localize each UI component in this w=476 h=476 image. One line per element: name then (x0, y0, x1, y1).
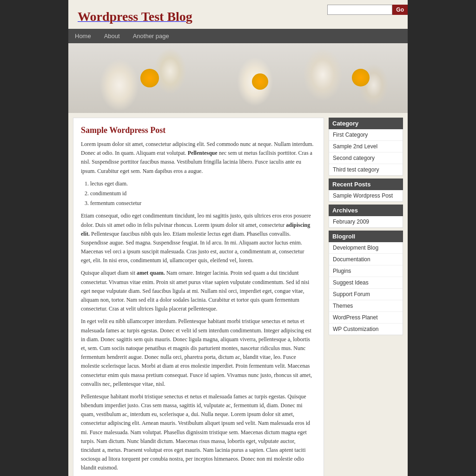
header: Wordpress Test Blog Go (68, 0, 408, 29)
sidebar-category-title: Category (329, 118, 403, 129)
post-content: Lorem ipsum dolor sit amet, consectetur … (81, 140, 316, 473)
sidebar-blogroll-item-6[interactable]: Themes (329, 300, 403, 312)
sidebar-blogroll-item-2[interactable]: Documentation (329, 254, 403, 265)
post-para-4: Pellentesque habitant morbi tristique se… (81, 392, 316, 473)
sidebar-widget-blogroll: Blogroll Development Blog Documentation … (329, 231, 403, 335)
nav-link-about[interactable]: About (98, 29, 126, 43)
nav-item-home[interactable]: Home (68, 29, 98, 43)
post-para-2: Quisque aliquet diam sit amet quam. Nam … (81, 269, 316, 313)
nav-item-about[interactable]: About (98, 29, 126, 43)
flower-center-2 (252, 73, 268, 90)
site-title-link[interactable]: Wordpress Test Blog (78, 15, 192, 22)
sidebar-blogroll-item-4[interactable]: Suggest Ideas (329, 277, 403, 289)
list-item: lectus eget diam. (90, 179, 316, 188)
sidebar-blogroll-item-7[interactable]: WordPress Planet (329, 312, 403, 324)
search-button[interactable]: Go (392, 5, 408, 15)
sidebar-blogroll-content: Development Blog Documentation Plugins S… (329, 242, 403, 335)
post-bold-3: amet quam. (137, 270, 165, 276)
sidebar-blogroll-item-5[interactable]: Support Forum (329, 289, 403, 300)
sidebar: Category First Category Sample 2nd Level… (329, 118, 403, 338)
sidebar-widget-recent-posts: Recent Posts Sample Wordpress Post (329, 178, 403, 202)
list-item: condimentum id (90, 189, 316, 198)
nav-item-another[interactable]: Another page (126, 29, 176, 43)
main-content: Sample Wordpress Post Lorem ipsum dolor … (73, 118, 324, 476)
post-list: lectus eget diam. condimentum id ferment… (90, 179, 316, 208)
sidebar-blogroll-item-8[interactable]: WP Customization (329, 324, 403, 335)
navigation: Home About Another page (68, 29, 408, 43)
nav-link-another[interactable]: Another page (126, 29, 176, 43)
sidebar-category-item-3[interactable]: Second category (329, 152, 403, 164)
content-area: Sample Wordpress Post Lorem ipsum dolor … (68, 113, 408, 476)
sidebar-recent-post-1[interactable]: Sample Wordpress Post (329, 190, 403, 201)
post-intro: Lorem ipsum dolor sit amet, consectetur … (81, 140, 316, 176)
sidebar-archives-title: Archives (329, 205, 403, 216)
list-item: fermentum consectetur (90, 199, 316, 208)
sidebar-category-content: First Category Sample 2nd Level Second c… (329, 129, 403, 176)
banner-image (68, 43, 408, 113)
sidebar-category-item-1[interactable]: First Category (329, 129, 403, 141)
sidebar-category-item-4[interactable]: Third test category (329, 164, 403, 175)
post-title: Sample Wordpress Post (81, 126, 316, 135)
sidebar-widget-category: Category First Category Sample 2nd Level… (329, 118, 403, 176)
flower-center-1 (140, 69, 159, 87)
sidebar-category-item-2[interactable]: Sample 2nd Level (329, 141, 403, 152)
flower-center-3 (352, 69, 370, 86)
sidebar-archive-item-1[interactable]: February 2009 (329, 216, 403, 227)
sidebar-blogroll-item-1[interactable]: Development Blog (329, 242, 403, 254)
search-form: Go (327, 5, 408, 15)
nav-link-home[interactable]: Home (68, 29, 98, 43)
sidebar-recent-posts-content: Sample Wordpress Post (329, 190, 403, 202)
post-para-3: In eget velit eu nibh ullamcorper interd… (81, 317, 316, 389)
post-bold-1: Pellentesque (188, 150, 218, 156)
sidebar-blogroll-item-3[interactable]: Plugins (329, 265, 403, 277)
search-input[interactable] (327, 5, 392, 15)
sidebar-recent-posts-title: Recent Posts (329, 178, 403, 190)
sidebar-blogroll-title: Blogroll (329, 231, 403, 242)
site-title: Wordpress Test Blog (78, 9, 192, 24)
sidebar-widget-archives: Archives February 2009 (329, 205, 403, 228)
nav-list: Home About Another page (68, 29, 408, 43)
sidebar-archives-content: February 2009 (329, 216, 403, 228)
post-para-1: Etiam consequat, odio eget condimentum t… (81, 212, 316, 265)
